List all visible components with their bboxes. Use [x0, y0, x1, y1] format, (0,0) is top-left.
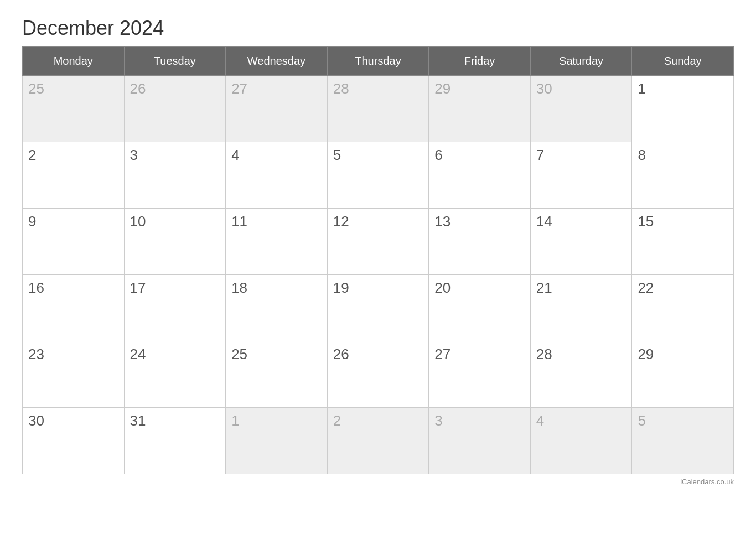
calendar-cell[interactable]: 19: [327, 275, 429, 341]
calendar-cell[interactable]: 27: [429, 341, 531, 408]
calendar-cell[interactable]: 4: [530, 408, 632, 474]
header-day-saturday: Saturday: [530, 47, 632, 76]
calendar-cell[interactable]: 17: [124, 275, 226, 341]
calendar-week-4: 16171819202122: [23, 275, 734, 341]
calendar-cell[interactable]: 25: [226, 341, 328, 408]
calendar-cell[interactable]: 29: [632, 341, 734, 408]
footer-credit: iCalendars.co.uk: [22, 478, 734, 486]
calendar-cell[interactable]: 25: [23, 76, 125, 142]
calendar-cell[interactable]: 28: [327, 76, 429, 142]
header-day-wednesday: Wednesday: [226, 47, 328, 76]
calendar-cell[interactable]: 1: [632, 76, 734, 142]
calendar-cell[interactable]: 24: [124, 341, 226, 408]
calendar-header: MondayTuesdayWednesdayThursdayFridaySatu…: [23, 47, 734, 76]
calendar-cell[interactable]: 30: [530, 76, 632, 142]
calendar-cell[interactable]: 5: [327, 142, 429, 209]
calendar-cell[interactable]: 23: [23, 341, 125, 408]
calendar-cell[interactable]: 26: [327, 341, 429, 408]
header-day-sunday: Sunday: [632, 47, 734, 76]
calendar-week-1: 2526272829301: [23, 76, 734, 142]
calendar-cell[interactable]: 20: [429, 275, 531, 341]
calendar-cell[interactable]: 27: [226, 76, 328, 142]
calendar-cell[interactable]: 1: [226, 408, 328, 474]
calendar-week-5: 23242526272829: [23, 341, 734, 408]
calendar-cell[interactable]: 12: [327, 209, 429, 275]
header-row: MondayTuesdayWednesdayThursdayFridaySatu…: [23, 47, 734, 76]
calendar-cell[interactable]: 10: [124, 209, 226, 275]
calendar-week-6: 303112345: [23, 408, 734, 474]
calendar-title: December 2024: [22, 17, 734, 40]
calendar-cell[interactable]: 5: [632, 408, 734, 474]
calendar-cell[interactable]: 21: [530, 275, 632, 341]
calendar-cell[interactable]: 31: [124, 408, 226, 474]
calendar-cell[interactable]: 3: [429, 408, 531, 474]
calendar-cell[interactable]: 18: [226, 275, 328, 341]
calendar-cell[interactable]: 28: [530, 341, 632, 408]
header-day-monday: Monday: [23, 47, 125, 76]
calendar-week-3: 9101112131415: [23, 209, 734, 275]
calendar-cell[interactable]: 29: [429, 76, 531, 142]
header-day-tuesday: Tuesday: [124, 47, 226, 76]
calendar-table: MondayTuesdayWednesdayThursdayFridaySatu…: [22, 46, 734, 474]
calendar-cell[interactable]: 7: [530, 142, 632, 209]
calendar-cell[interactable]: 16: [23, 275, 125, 341]
header-day-thursday: Thursday: [327, 47, 429, 76]
calendar-cell[interactable]: 22: [632, 275, 734, 341]
calendar-cell[interactable]: 2: [327, 408, 429, 474]
calendar-cell[interactable]: 14: [530, 209, 632, 275]
calendar-cell[interactable]: 2: [23, 142, 125, 209]
calendar-cell[interactable]: 30: [23, 408, 125, 474]
calendar-body: 2526272829301234567891011121314151617181…: [23, 76, 734, 474]
calendar-cell[interactable]: 13: [429, 209, 531, 275]
calendar-cell[interactable]: 15: [632, 209, 734, 275]
calendar-cell[interactable]: 6: [429, 142, 531, 209]
calendar-cell[interactable]: 3: [124, 142, 226, 209]
header-day-friday: Friday: [429, 47, 531, 76]
calendar-week-2: 2345678: [23, 142, 734, 209]
calendar-cell[interactable]: 8: [632, 142, 734, 209]
calendar-cell[interactable]: 11: [226, 209, 328, 275]
calendar-cell[interactable]: 26: [124, 76, 226, 142]
calendar-cell[interactable]: 4: [226, 142, 328, 209]
calendar-cell[interactable]: 9: [23, 209, 125, 275]
